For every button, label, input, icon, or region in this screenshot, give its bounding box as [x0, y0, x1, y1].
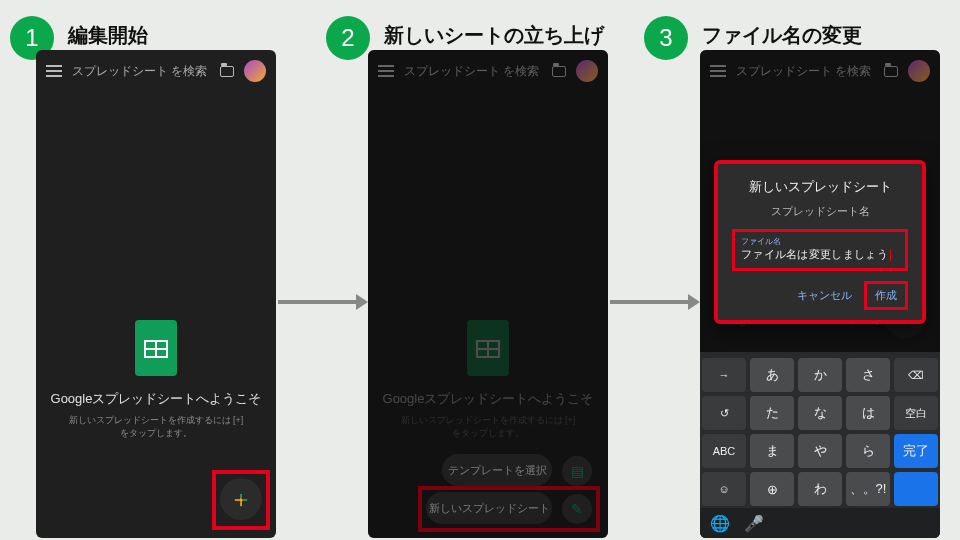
- topbar: スプレッドシート を検索: [700, 50, 940, 92]
- menu-icon[interactable]: [378, 65, 394, 77]
- key-sa[interactable]: さ: [846, 358, 890, 392]
- templates-icon-button[interactable]: ▤: [562, 456, 592, 486]
- search-input[interactable]: スプレッドシート を検索: [404, 63, 542, 80]
- arrow-2: [610, 300, 690, 304]
- key-punct[interactable]: 、。?!: [846, 472, 890, 506]
- key-done[interactable]: 完了: [894, 434, 938, 468]
- menu-icon[interactable]: [710, 65, 726, 77]
- menu-icon[interactable]: [46, 65, 62, 77]
- welcome-sub: 新しいスプレッドシートを作成するには [+]をタップします。: [382, 414, 594, 439]
- key-ra[interactable]: ら: [846, 434, 890, 468]
- step-badge-3: 3: [644, 16, 688, 60]
- phone-3: スプレッドシート を検索 Googleスプレッドシートへようこそ ＋ 新しいスプ…: [700, 50, 940, 538]
- keyboard-util-row: 🌐 🎤: [700, 508, 940, 538]
- key-ka[interactable]: か: [798, 358, 842, 392]
- welcome-title: Googleスプレッドシートへようこそ: [382, 390, 594, 408]
- new-sheet-icon-button[interactable]: ✎: [562, 494, 592, 524]
- key-small[interactable]: ⊕: [750, 472, 794, 506]
- pencil-icon: ✎: [571, 501, 583, 517]
- dialog-title: 新しいスプレッドシート: [732, 178, 908, 196]
- step-title-3: ファイル名の変更: [702, 22, 862, 49]
- folder-icon[interactable]: [552, 66, 566, 77]
- topbar: スプレッドシート を検索: [368, 50, 608, 92]
- key-abc[interactable]: ABC: [702, 434, 746, 468]
- key-done-ext[interactable]: [894, 472, 938, 506]
- globe-icon[interactable]: 🌐: [710, 514, 730, 533]
- topbar: スプレッドシート を検索: [36, 50, 276, 92]
- fab-new[interactable]: ＋: [220, 478, 262, 520]
- folder-icon[interactable]: [220, 66, 234, 77]
- key-a[interactable]: あ: [750, 358, 794, 392]
- welcome-sub: 新しいスプレッドシートを作成するには [+]をタップします。: [50, 414, 262, 439]
- dialog-subtitle: スプレッドシート名: [732, 204, 908, 219]
- welcome-block: Googleスプレッドシートへようこそ 新しいスプレッドシートを作成するには […: [368, 320, 608, 439]
- phone-2: スプレッドシート を検索 Googleスプレッドシートへようこそ 新しいスプレッ…: [368, 50, 608, 538]
- key-backspace[interactable]: ⌫: [894, 358, 938, 392]
- avatar[interactable]: [244, 60, 266, 82]
- step-badge-2: 2: [326, 16, 370, 60]
- filename-field-wrap: ファイル名 ファイル名は変更しましょう: [732, 229, 908, 271]
- key-undo[interactable]: ↺: [702, 396, 746, 430]
- sheets-icon: [467, 320, 509, 376]
- welcome-title: Googleスプレッドシートへようこそ: [50, 390, 262, 408]
- search-input[interactable]: スプレッドシート を検索: [72, 63, 210, 80]
- key-na[interactable]: な: [798, 396, 842, 430]
- key-ta[interactable]: た: [750, 396, 794, 430]
- sheets-icon: [135, 320, 177, 376]
- new-sheet-dialog: 新しいスプレッドシート スプレッドシート名 ファイル名 ファイル名は変更しましょ…: [714, 160, 926, 324]
- filename-input[interactable]: ファイル名は変更しましょう: [741, 247, 899, 262]
- key-emoji[interactable]: ☺: [702, 472, 746, 506]
- plus-icon: ＋: [229, 483, 253, 515]
- new-sheet-button[interactable]: 新しいスプレッドシート: [426, 492, 552, 524]
- key-next[interactable]: →: [702, 358, 746, 392]
- templates-button[interactable]: テンプレートを選択: [442, 454, 552, 486]
- welcome-block: Googleスプレッドシートへようこそ 新しいスプレッドシートを作成するには […: [36, 320, 276, 439]
- key-wa[interactable]: わ: [798, 472, 842, 506]
- key-space[interactable]: 空白: [894, 396, 938, 430]
- avatar[interactable]: [908, 60, 930, 82]
- key-ma[interactable]: ま: [750, 434, 794, 468]
- text-cursor: [890, 249, 891, 261]
- cancel-button[interactable]: キャンセル: [791, 284, 858, 307]
- step-title-2: 新しいシートの立ち上げ: [384, 22, 604, 49]
- step-title-1: 編集開始: [68, 22, 148, 49]
- arrow-1: [278, 300, 358, 304]
- key-ya[interactable]: や: [798, 434, 842, 468]
- template-icon: ▤: [571, 463, 584, 479]
- phone-1: スプレッドシート を検索 Googleスプレッドシートへようこそ 新しいスプレッ…: [36, 50, 276, 538]
- search-input[interactable]: スプレッドシート を検索: [736, 63, 874, 80]
- avatar[interactable]: [576, 60, 598, 82]
- mic-icon[interactable]: 🎤: [744, 514, 764, 533]
- create-button[interactable]: 作成: [864, 281, 908, 310]
- folder-icon[interactable]: [884, 66, 898, 77]
- key-ha[interactable]: は: [846, 396, 890, 430]
- soft-keyboard: → あ か さ ⌫ ↺ た な は 空白 ABC ま や ら 完了 ☺ ⊕ わ …: [700, 352, 940, 538]
- filename-label: ファイル名: [741, 236, 899, 247]
